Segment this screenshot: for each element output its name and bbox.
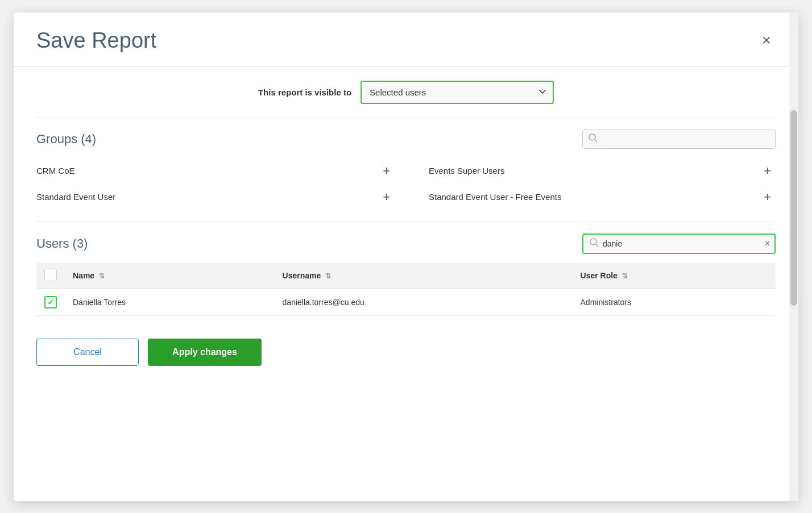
role-sort-icon: ⇅ (622, 272, 628, 280)
groups-section-header: Groups (4) (36, 130, 776, 149)
group-add-button-crm-coe[interactable]: + (378, 165, 395, 177)
users-section-title: Users (3) (36, 236, 88, 251)
visibility-row: This report is visible to Selected users… (36, 67, 776, 118)
group-add-button-standard-event-user[interactable]: + (378, 191, 395, 203)
save-report-dialog: Save Report × This report is visible to … (14, 12, 798, 501)
group-item-standard-event-user: Standard Event User + (36, 184, 406, 210)
dialog-body: This report is visible to Selected users… (14, 67, 798, 327)
svg-line-1 (595, 139, 598, 142)
dialog-title: Save Report (36, 28, 156, 53)
groups-list: CRM CoE + Events Super Users + Standard … (36, 158, 776, 210)
groups-search-wrap (582, 130, 776, 149)
select-all-checkbox[interactable] (44, 269, 57, 281)
user-search-clear-button[interactable]: × (765, 239, 770, 249)
group-add-button-standard-event-user-free[interactable]: + (759, 191, 776, 203)
group-item-events-super-users: Events Super Users + (406, 158, 776, 184)
user-row-username: daniella.torres@cu.edu (275, 289, 573, 315)
visibility-select[interactable]: Selected users Everyone Only me (361, 81, 554, 104)
users-table-role-header[interactable]: User Role ⇅ (573, 263, 776, 289)
table-row: ✓ Daniella Torres daniella.torres@cu.edu… (36, 289, 776, 315)
groups-search-icon (588, 133, 598, 145)
groups-section: Groups (4) CRM CoE + (36, 118, 776, 222)
user-search-wrap: × (582, 233, 776, 254)
users-section: Users (3) × (36, 222, 776, 327)
dialog-header: Save Report × (14, 12, 798, 67)
user-search-input[interactable] (583, 235, 774, 253)
groups-search-input[interactable] (582, 130, 776, 149)
group-name-crm-coe: CRM CoE (36, 166, 75, 176)
name-sort-icon: ⇅ (99, 272, 105, 280)
close-button[interactable]: × (757, 30, 776, 51)
groups-section-title: Groups (4) (36, 132, 96, 147)
group-item-crm-coe: CRM CoE + (36, 158, 406, 184)
group-name-events-super-users: Events Super Users (429, 166, 504, 176)
checkmark-icon: ✓ (47, 298, 54, 307)
svg-line-3 (596, 244, 599, 247)
cancel-button[interactable]: Cancel (36, 339, 139, 366)
group-item-standard-event-user-free: Standard Event User - Free Events + (406, 184, 776, 210)
user-row-role: Administrators (573, 289, 776, 315)
user-row-checkbox[interactable]: ✓ (44, 296, 57, 308)
group-add-button-events-super-users[interactable]: + (759, 165, 776, 177)
users-table-username-header[interactable]: Username ⇅ (275, 263, 573, 289)
users-table-select-all-header (36, 263, 65, 289)
username-sort-icon: ⇅ (325, 272, 331, 280)
user-row-checkbox-cell: ✓ (36, 289, 65, 315)
group-name-standard-event-user: Standard Event User (36, 192, 115, 202)
users-table-header-row: Name ⇅ Username ⇅ User Role ⇅ (36, 263, 776, 289)
visibility-label: This report is visible to (258, 87, 351, 97)
user-search-icon (589, 237, 599, 250)
user-row-name: Daniella Torres (65, 289, 275, 315)
scrollbar-thumb[interactable] (790, 110, 797, 306)
users-table-name-header[interactable]: Name ⇅ (65, 263, 275, 289)
group-name-standard-event-user-free: Standard Event User - Free Events (429, 192, 561, 202)
users-table: Name ⇅ Username ⇅ User Role ⇅ (36, 263, 776, 316)
dialog-footer: Cancel Apply changes (14, 327, 798, 383)
scrollbar-track[interactable] (789, 12, 798, 501)
users-section-header: Users (3) × (36, 233, 776, 254)
apply-changes-button[interactable]: Apply changes (148, 339, 262, 366)
